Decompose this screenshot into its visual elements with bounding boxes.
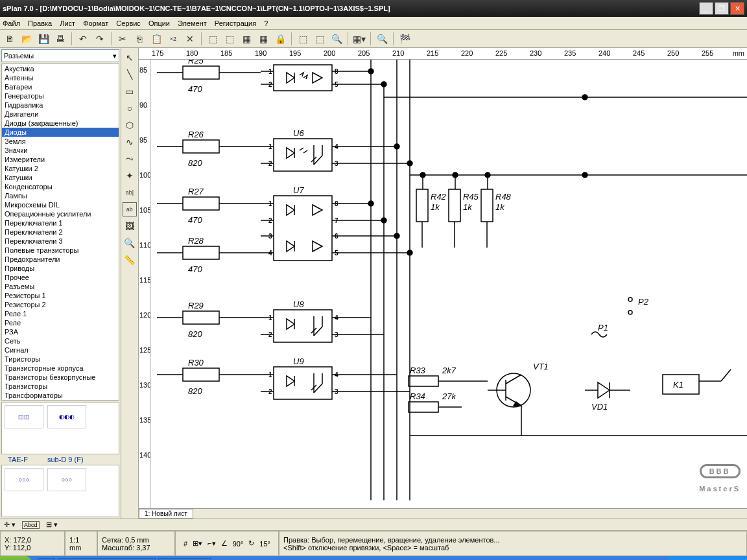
category-item[interactable]: Диоды	[2, 128, 119, 137]
category-item[interactable]: Значки	[2, 146, 119, 155]
component-conn1[interactable]: ○○○	[5, 468, 43, 491]
menu-service[interactable]: Сервис	[116, 19, 141, 27]
paste-icon[interactable]: 📋	[149, 32, 163, 46]
align-icon[interactable]: ⊞ ▾	[46, 520, 58, 529]
magnify-icon[interactable]: 🔍	[123, 236, 137, 250]
node-icon[interactable]: ✦	[123, 169, 137, 183]
category-item[interactable]: Трансформаторы	[2, 391, 119, 400]
print-icon[interactable]: 🖶	[53, 32, 67, 46]
cut-icon[interactable]: ✂	[115, 32, 130, 46]
category-item[interactable]: Реле	[2, 318, 119, 327]
measure-icon[interactable]: 📏	[123, 253, 137, 267]
category-item[interactable]: Измерители	[2, 155, 119, 164]
cursor-icon[interactable]: ↖	[123, 51, 137, 65]
category-item[interactable]: Переключатели 1	[2, 218, 119, 228]
category-item[interactable]: Переключатели 3	[2, 237, 119, 246]
category-item[interactable]: Транзисторы	[2, 382, 119, 391]
paste2-icon[interactable]: ×2	[166, 32, 180, 46]
category-item[interactable]: Лампы	[2, 191, 119, 200]
lock-icon[interactable]: 🔒	[273, 32, 287, 46]
menu-help[interactable]: ?	[264, 19, 268, 27]
category-item[interactable]: Генераторы	[2, 91, 119, 100]
text-icon[interactable]: ab|	[123, 185, 137, 200]
category-item[interactable]: Резисторы 2	[2, 300, 119, 309]
close-button[interactable]: ✕	[730, 2, 744, 15]
category-item[interactable]: Конденсаторы	[2, 182, 119, 191]
open-icon[interactable]: 📂	[19, 32, 34, 46]
menu-edit[interactable]: Правка	[28, 19, 52, 27]
search-icon[interactable]: 🔍	[329, 32, 344, 46]
sheet-tab[interactable]: 1: Новый лист	[139, 509, 193, 519]
menu-element[interactable]: Элемент	[178, 19, 207, 27]
category-item[interactable]: Катушки 2	[2, 164, 119, 173]
abcd-icon[interactable]: Abcd	[22, 521, 40, 529]
image-icon[interactable]: 🖼	[123, 219, 137, 233]
tool-a-icon[interactable]: ⬚	[296, 32, 310, 46]
category-item[interactable]: Сеть	[2, 336, 119, 345]
group-icon[interactable]: ⬚	[206, 32, 220, 46]
bezier-icon[interactable]: ⤳	[123, 152, 137, 166]
minimize-button[interactable]: _	[699, 2, 713, 15]
category-dropdown[interactable]: Разъемы▾	[1, 49, 119, 62]
menu-options[interactable]: Опции	[148, 19, 170, 27]
category-item[interactable]: Микросхемы DIL	[2, 200, 119, 209]
category-item[interactable]: Резисторы 1	[2, 291, 119, 300]
circle-icon[interactable]: ○	[123, 101, 137, 115]
grid-icon[interactable]: ▦▾	[352, 32, 366, 46]
category-item[interactable]: Сигнал	[2, 345, 119, 355]
undo-icon[interactable]: ↶	[76, 32, 90, 46]
curve-icon[interactable]: ∿	[123, 135, 137, 149]
system-tray[interactable]: EN Radio 🔊 21:05	[669, 556, 747, 560]
category-item[interactable]: Переключатели 2	[2, 228, 119, 237]
schematic-canvas[interactable]: R25470R26820R27470R28470R29820R30820 1 2…	[150, 60, 747, 508]
menu-format[interactable]: Формат	[83, 19, 108, 27]
tool-b-icon[interactable]: ⬚	[313, 32, 327, 46]
back-icon[interactable]: ▦	[256, 32, 270, 46]
front-icon[interactable]: ▦	[239, 32, 254, 46]
category-item[interactable]: Операционные усилители	[2, 209, 119, 218]
rect-icon[interactable]: ▭	[123, 84, 137, 99]
flag-icon[interactable]: 🏁	[397, 32, 412, 46]
category-item[interactable]: Катушки	[2, 173, 119, 182]
category-item[interactable]: Земля	[2, 137, 119, 146]
anchor-icon[interactable]: ✛ ▾	[4, 520, 16, 529]
line-icon[interactable]: ╲	[123, 67, 137, 82]
category-item[interactable]: Полевые транзисторы	[2, 246, 119, 255]
category-item[interactable]: Прочее	[2, 273, 119, 282]
category-item[interactable]: РЗА	[2, 327, 119, 336]
category-item[interactable]: Батареи	[2, 82, 119, 91]
component-conn2[interactable]: ○○○	[47, 468, 86, 491]
zoom-icon[interactable]: 🔍	[375, 32, 389, 46]
component-library-2[interactable]: ○○○ ○○○	[1, 465, 119, 517]
redo-icon[interactable]: ↷	[93, 32, 107, 46]
maximize-button[interactable]: ❐	[715, 2, 729, 15]
category-list[interactable]: АкустикаАнтенныБатареиГенераторыГидравли…	[1, 64, 119, 401]
menu-register[interactable]: Регистрация	[215, 19, 256, 27]
category-item[interactable]: ТТЛ	[2, 400, 119, 401]
new-icon[interactable]: 🗎	[3, 32, 17, 46]
category-item[interactable]: Предохранители	[2, 255, 119, 264]
category-item[interactable]: Двигатели	[2, 110, 119, 119]
category-item[interactable]: Акустика	[2, 64, 119, 73]
copy-icon[interactable]: ⎘	[132, 32, 147, 46]
category-item[interactable]: Антенны	[2, 73, 119, 82]
category-item[interactable]: Диоды (закрашенные)	[2, 119, 119, 128]
component-subd9[interactable]: ◐◐◐	[47, 405, 86, 428]
delete-icon[interactable]: ✕	[183, 32, 197, 46]
ungroup-icon[interactable]: ⬚	[222, 32, 237, 46]
component-library[interactable]: ◫◫ ◐◐◐	[1, 402, 119, 454]
category-item[interactable]: Разъемы	[2, 282, 119, 291]
category-item[interactable]: Транзисторные корпуса	[2, 364, 119, 373]
category-item[interactable]: Реле 1	[2, 309, 119, 318]
start-button[interactable]: пуск	[0, 556, 32, 560]
menu-sheet[interactable]: Лист	[60, 19, 75, 27]
category-item[interactable]: Гидравлика	[2, 100, 119, 110]
category-item[interactable]: Тиристоры	[2, 355, 119, 364]
component-tae-f[interactable]: ◫◫	[5, 405, 43, 428]
poly-icon[interactable]: ⬡	[123, 118, 137, 132]
textbox-icon[interactable]: ab	[123, 202, 137, 216]
save-icon[interactable]: 💾	[36, 32, 51, 46]
category-item[interactable]: Приводы	[2, 264, 119, 273]
menu-file[interactable]: Файл	[3, 19, 20, 27]
category-item[interactable]: Транзисторы безкорпусные	[2, 373, 119, 382]
